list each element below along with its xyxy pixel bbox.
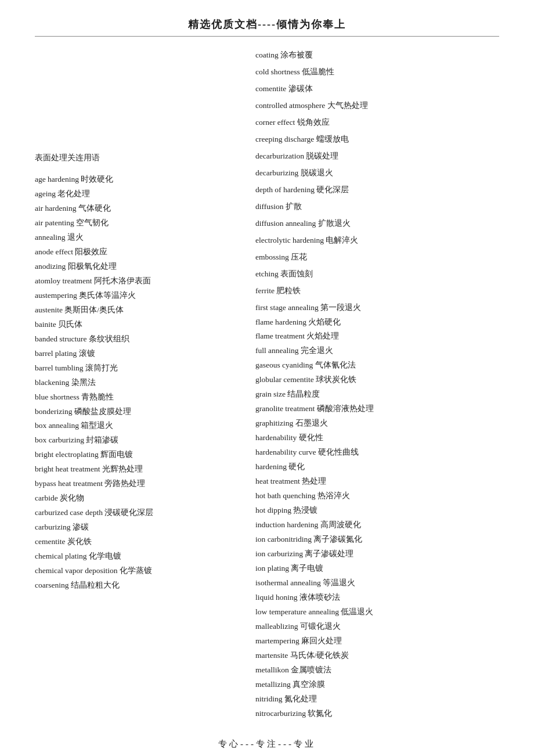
list-item: annealing 退火: [35, 231, 255, 245]
list-item: anode effect 阳极效应: [35, 245, 255, 260]
list-item: carburizing 渗碳: [35, 520, 255, 535]
left-entries: age hardening 时效硬化ageing 老化处理air hardeni…: [35, 172, 255, 593]
list-item: nitrocarburizing 软氮化: [255, 707, 499, 721]
list-item: chemical vapor deposition 化学蒸镀: [35, 564, 255, 578]
list-item: electrolytic hardening 电解淬火: [255, 233, 499, 248]
list-item: atomloy treatment 阿托木洛伊表面: [35, 274, 255, 289]
list-item: age hardening 时效硬化: [35, 172, 255, 187]
page-footer: 专心---专注---专业: [35, 739, 499, 750]
list-item: austempering 奥氏体等温淬火: [35, 289, 255, 303]
list-item: bainite 贝氏体: [35, 318, 255, 332]
list-item: graphitizing 石墨退火: [255, 416, 499, 431]
list-item: hot bath quenching 热浴淬火: [255, 489, 499, 503]
list-item: blue shortness 青熟脆性: [35, 390, 255, 405]
list-item: barrel tumbling 滚筒打光: [35, 361, 255, 376]
list-item: air hardening 气体硬化: [35, 201, 255, 216]
list-item: bright heat treatment 光辉热处理: [35, 462, 255, 477]
list-item: box annealing 箱型退火: [35, 419, 255, 433]
list-item: creeping discharge 蠕缓放电: [255, 132, 499, 147]
list-item: malleablizing 可锻化退火: [255, 620, 499, 634]
list-item: flame hardening 火焰硬化: [255, 315, 499, 330]
list-item: hardenability curve 硬化性曲线: [255, 445, 499, 460]
list-item: flame treatment 火焰处理: [255, 329, 499, 344]
list-item: blackening 染黑法: [35, 376, 255, 390]
list-item: embossing 压花: [255, 250, 499, 265]
list-item: grain size 结晶粒度: [255, 387, 499, 402]
list-item: ion carburizing 离子渗碳处理: [255, 547, 499, 561]
list-item: metallikon 金属喷镀法: [255, 663, 499, 678]
list-item: isothermal annealing 等温退火: [255, 576, 499, 591]
right-bottom-entries: first stage annealing 第一段退火flame hardeni…: [255, 301, 499, 721]
list-item: decarburization 脱碳处理: [255, 149, 499, 164]
list-item: hardenability 硬化性: [255, 431, 499, 445]
list-item: carbide 炭化物: [35, 491, 255, 506]
list-item: barrel plating 滚镀: [35, 347, 255, 361]
list-item: globular cementite 球状炭化铁: [255, 373, 499, 387]
list-item: full annealing 完全退火: [255, 344, 499, 358]
list-item: first stage annealing 第一段退火: [255, 301, 499, 315]
list-item: ion plating 离子电镀: [255, 561, 499, 576]
list-item: corner effect 锐角效应: [255, 116, 499, 130]
section-title: 表面处理关连用语: [35, 153, 255, 163]
list-item: diffusion 扩散: [255, 200, 499, 214]
list-item: ion carbonitriding 离子渗碳氮化: [255, 532, 499, 547]
list-item: induction hardening 高周波硬化: [255, 518, 499, 532]
list-item: bright electroplating 辉面电镀: [35, 448, 255, 462]
list-item: anodizing 阳极氧化处理: [35, 260, 255, 274]
list-item: ageing 老化处理: [35, 187, 255, 201]
list-item: hardening 硬化: [255, 460, 499, 474]
right-top-entries: coating 涂布被覆cold shortness 低温脆性comentite…: [255, 48, 499, 298]
list-item: ferrite 肥粒铁: [255, 284, 499, 298]
list-item: cold shortness 低温脆性: [255, 65, 499, 80]
list-item: granolite treatment 磷酸溶液热处理: [255, 402, 499, 416]
list-item: martensite 马氏体/硬化铁炭: [255, 649, 499, 663]
list-item: decarburizing 脱碳退火: [255, 166, 499, 181]
list-item: liquid honing 液体喷砂法: [255, 591, 499, 605]
list-item: metallizing 真空涂膜: [255, 678, 499, 692]
list-item: hot dipping 热浸镀: [255, 503, 499, 518]
list-item: air patenting 空气韧化: [35, 216, 255, 231]
list-item: heat treatment 热处理: [255, 474, 499, 489]
list-item: bypass heat treatment 旁路热处理: [35, 477, 255, 491]
list-item: box carburizing 封箱渗碳: [35, 433, 255, 448]
list-item: austenite 奥斯田体/奥氏体: [35, 303, 255, 318]
list-item: controlled atmosphere 大气热处理: [255, 99, 499, 113]
list-item: gaseous cyaniding 气体氰化法: [255, 358, 499, 373]
list-item: low temperature annealing 低温退火: [255, 605, 499, 620]
list-item: coating 涂布被覆: [255, 48, 499, 63]
page-header: 精选优质文档----倾情为你奉上: [35, 17, 499, 37]
list-item: banded structure 条纹状组织: [35, 332, 255, 347]
list-item: chemical plating 化学电镀: [35, 549, 255, 564]
list-item: etching 表面蚀刻: [255, 267, 499, 282]
list-item: nitriding 氮化处理: [255, 692, 499, 707]
list-item: diffusion annealing 扩散退火: [255, 217, 499, 231]
list-item: comentite 渗碳体: [255, 82, 499, 96]
list-item: coarsening 结晶粒粗大化: [35, 578, 255, 593]
list-item: depth of hardening 硬化深层: [255, 183, 499, 197]
list-item: martempering 麻回火处理: [255, 634, 499, 649]
list-item: bonderizing 磷酸盐皮膜处理: [35, 405, 255, 419]
list-item: carburized case depth 浸碳硬化深层: [35, 506, 255, 520]
list-item: cementite 炭化铁: [35, 535, 255, 549]
